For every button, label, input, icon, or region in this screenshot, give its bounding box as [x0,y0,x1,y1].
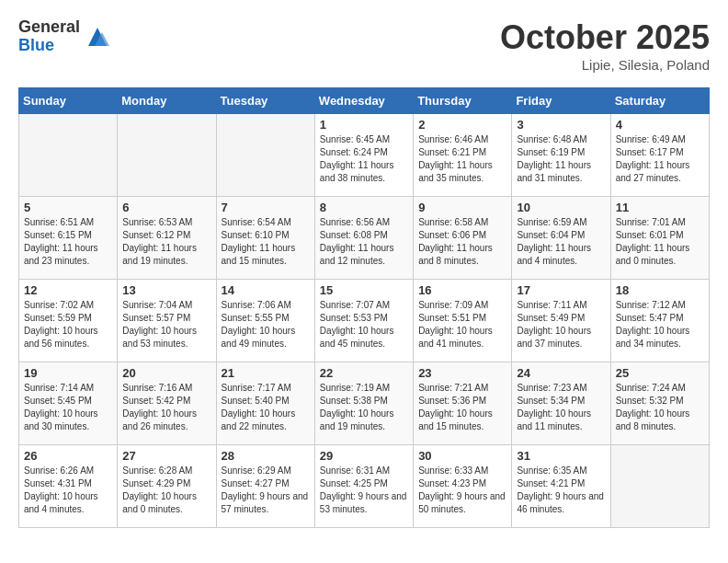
day-number: 21 [222,366,310,380]
header-row: SundayMondayTuesdayWednesdayThursdayFrid… [19,88,710,114]
day-number: 14 [222,283,310,297]
day-info: Sunrise: 7:04 AM Sunset: 5:57 PM Dayligh… [122,299,210,350]
day-cell [118,114,216,197]
logo-general: General [18,18,80,37]
day-cell: 20Sunrise: 7:16 AM Sunset: 5:42 PM Dayli… [118,362,216,445]
day-cell: 26Sunrise: 6:26 AM Sunset: 4:31 PM Dayli… [19,445,118,528]
day-info: Sunrise: 6:56 AM Sunset: 6:08 PM Dayligh… [320,216,408,268]
day-info: Sunrise: 7:02 AM Sunset: 5:59 PM Dayligh… [24,299,112,350]
day-info: Sunrise: 7:12 AM Sunset: 5:47 PM Dayligh… [616,299,704,350]
day-cell: 29Sunrise: 6:31 AM Sunset: 4:25 PM Dayli… [314,445,413,528]
day-cell: 7Sunrise: 6:54 AM Sunset: 6:10 PM Daylig… [216,197,314,280]
day-cell: 31Sunrise: 6:35 AM Sunset: 4:21 PM Dayli… [512,445,610,528]
day-cell: 3Sunrise: 6:48 AM Sunset: 6:19 PM Daylig… [512,114,610,197]
day-info: Sunrise: 6:45 AM Sunset: 6:24 PM Dayligh… [320,133,408,185]
day-number: 9 [418,201,506,214]
day-info: Sunrise: 7:21 AM Sunset: 5:36 PM Dayligh… [418,382,506,433]
title-block: October 2025 Lipie, Silesia, Poland [500,18,710,73]
day-number: 3 [517,118,605,132]
day-info: Sunrise: 7:01 AM Sunset: 6:01 PM Dayligh… [616,216,704,268]
day-info: Sunrise: 6:31 AM Sunset: 4:25 PM Dayligh… [320,465,408,516]
day-header-monday: Monday [118,88,216,114]
day-number: 2 [418,118,506,132]
day-info: Sunrise: 6:35 AM Sunset: 4:21 PM Dayligh… [517,465,605,516]
week-row-3: 12Sunrise: 7:02 AM Sunset: 5:59 PM Dayli… [19,280,710,362]
day-cell: 15Sunrise: 7:07 AM Sunset: 5:53 PM Dayli… [314,280,413,362]
day-header-sunday: Sunday [19,88,118,114]
day-number: 24 [517,366,605,380]
day-number: 4 [616,118,704,132]
day-cell: 14Sunrise: 7:06 AM Sunset: 5:55 PM Dayli… [216,280,314,362]
day-number: 11 [616,201,704,214]
day-number: 31 [517,449,605,463]
day-info: Sunrise: 7:16 AM Sunset: 5:42 PM Dayligh… [122,382,210,433]
day-number: 26 [24,449,112,463]
week-row-4: 19Sunrise: 7:14 AM Sunset: 5:45 PM Dayli… [19,362,710,445]
day-number: 27 [122,449,210,463]
day-info: Sunrise: 6:48 AM Sunset: 6:19 PM Dayligh… [517,133,605,185]
day-cell: 10Sunrise: 6:59 AM Sunset: 6:04 PM Dayli… [512,197,610,280]
day-cell: 13Sunrise: 7:04 AM Sunset: 5:57 PM Dayli… [118,280,216,362]
day-info: Sunrise: 6:28 AM Sunset: 4:29 PM Dayligh… [122,465,210,516]
logo-blue: Blue [18,37,80,55]
day-cell: 6Sunrise: 6:53 AM Sunset: 6:12 PM Daylig… [118,197,216,280]
day-info: Sunrise: 6:26 AM Sunset: 4:31 PM Dayligh… [24,465,112,516]
week-row-1: 1Sunrise: 6:45 AM Sunset: 6:24 PM Daylig… [19,114,710,197]
week-row-5: 26Sunrise: 6:26 AM Sunset: 4:31 PM Dayli… [19,445,710,528]
day-cell: 21Sunrise: 7:17 AM Sunset: 5:40 PM Dayli… [216,362,314,445]
day-header-saturday: Saturday [610,88,709,114]
day-cell [19,114,118,197]
day-info: Sunrise: 7:14 AM Sunset: 5:45 PM Dayligh… [24,382,112,433]
day-number: 18 [616,283,704,297]
day-info: Sunrise: 6:53 AM Sunset: 6:12 PM Dayligh… [122,216,210,268]
day-number: 19 [24,366,112,380]
day-info: Sunrise: 7:23 AM Sunset: 5:34 PM Dayligh… [517,382,605,433]
day-cell: 24Sunrise: 7:23 AM Sunset: 5:34 PM Dayli… [512,362,610,445]
day-cell [610,445,709,528]
day-number: 6 [122,201,210,214]
day-cell: 11Sunrise: 7:01 AM Sunset: 6:01 PM Dayli… [610,197,709,280]
day-cell: 2Sunrise: 6:46 AM Sunset: 6:21 PM Daylig… [414,114,512,197]
day-number: 29 [320,449,408,463]
day-number: 12 [24,283,112,297]
day-cell: 16Sunrise: 7:09 AM Sunset: 5:51 PM Dayli… [414,280,512,362]
day-number: 17 [517,283,605,297]
day-info: Sunrise: 6:54 AM Sunset: 6:10 PM Dayligh… [222,216,310,268]
day-cell: 5Sunrise: 6:51 AM Sunset: 6:15 PM Daylig… [19,197,118,280]
day-cell: 22Sunrise: 7:19 AM Sunset: 5:38 PM Dayli… [314,362,413,445]
day-info: Sunrise: 6:46 AM Sunset: 6:21 PM Dayligh… [418,133,506,185]
day-cell: 1Sunrise: 6:45 AM Sunset: 6:24 PM Daylig… [314,114,413,197]
day-info: Sunrise: 6:59 AM Sunset: 6:04 PM Dayligh… [517,216,605,268]
day-cell: 27Sunrise: 6:28 AM Sunset: 4:29 PM Dayli… [118,445,216,528]
day-cell: 4Sunrise: 6:49 AM Sunset: 6:17 PM Daylig… [610,114,709,197]
day-number: 30 [418,449,506,463]
logo: General Blue [18,18,111,55]
day-cell: 23Sunrise: 7:21 AM Sunset: 5:36 PM Dayli… [414,362,512,445]
day-info: Sunrise: 7:09 AM Sunset: 5:51 PM Dayligh… [418,299,506,350]
logo-icon [84,23,111,51]
day-info: Sunrise: 7:11 AM Sunset: 5:49 PM Dayligh… [517,299,605,350]
day-number: 20 [122,366,210,380]
day-number: 13 [122,283,210,297]
subtitle: Lipie, Silesia, Poland [500,57,710,73]
day-cell: 12Sunrise: 7:02 AM Sunset: 5:59 PM Dayli… [19,280,118,362]
day-info: Sunrise: 7:24 AM Sunset: 5:32 PM Dayligh… [616,382,704,433]
month-title: October 2025 [500,18,710,57]
day-cell: 19Sunrise: 7:14 AM Sunset: 5:45 PM Dayli… [19,362,118,445]
day-number: 16 [418,283,506,297]
day-number: 10 [517,201,605,214]
day-number: 1 [320,118,408,132]
day-info: Sunrise: 6:49 AM Sunset: 6:17 PM Dayligh… [616,133,704,185]
day-number: 15 [320,283,408,297]
day-header-friday: Friday [512,88,610,114]
day-cell: 25Sunrise: 7:24 AM Sunset: 5:32 PM Dayli… [610,362,709,445]
day-info: Sunrise: 7:19 AM Sunset: 5:38 PM Dayligh… [320,382,408,433]
day-info: Sunrise: 7:07 AM Sunset: 5:53 PM Dayligh… [320,299,408,350]
day-header-tuesday: Tuesday [216,88,314,114]
day-number: 7 [222,201,310,214]
day-cell: 8Sunrise: 6:56 AM Sunset: 6:08 PM Daylig… [314,197,413,280]
day-cell: 30Sunrise: 6:33 AM Sunset: 4:23 PM Dayli… [414,445,512,528]
day-header-thursday: Thursday [414,88,512,114]
day-number: 28 [222,449,310,463]
day-cell: 18Sunrise: 7:12 AM Sunset: 5:47 PM Dayli… [610,280,709,362]
